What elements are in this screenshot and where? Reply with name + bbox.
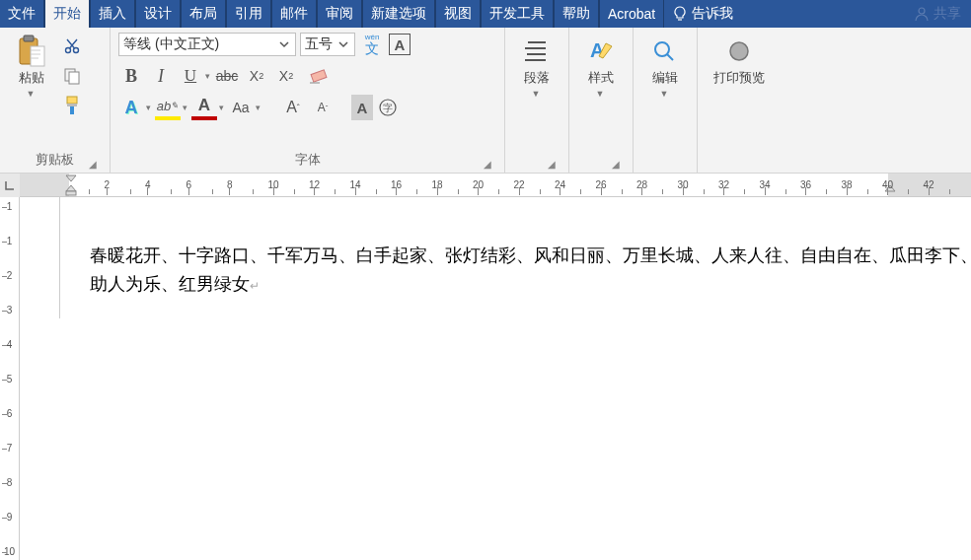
paragraph-button[interactable]: 段落 ▼ (513, 32, 560, 103)
chevron-down-icon: ▼ (660, 89, 669, 99)
ruler-tick: 2 (105, 174, 111, 196)
font-size-select[interactable]: 五号 (300, 33, 355, 56)
ruler-tick: 14 (350, 174, 361, 196)
ruler-tick: 34 (760, 174, 771, 196)
vruler-tick: 8 (0, 477, 19, 488)
body-text: 春暖花开、十字路口、千军万马、白手起家、张灯结彩、风和日丽、万里长城、人来人往、… (90, 245, 971, 294)
hanging-indent-marker[interactable] (65, 184, 77, 196)
ruler-tick: 26 (596, 174, 607, 196)
find-icon (649, 35, 681, 67)
ruler-tick: 22 (514, 174, 525, 196)
superscript-button[interactable]: X2 (273, 63, 299, 89)
tab-mailings[interactable]: 邮件 (271, 0, 317, 28)
character-shading-button[interactable]: A (351, 95, 373, 120)
group-editing: 编辑 ▼ (634, 28, 698, 173)
svg-point-0 (919, 8, 925, 14)
chevron-down-icon: ▼ (532, 89, 541, 99)
font-name-value: 等线 (中文正文) (123, 35, 219, 53)
clipboard-dialog-launcher[interactable]: ◢ (86, 157, 100, 171)
ruler-tick: 36 (800, 174, 811, 196)
document-text[interactable]: 春暖花开、十字路口、千军万马、白手起家、张灯结彩、风和日丽、万里长城、人来人往、… (90, 242, 971, 299)
ribbon-tabs: 文件 开始 插入 设计 布局 引用 邮件 审阅 新建选项 视图 开发工具 帮助 … (0, 0, 971, 28)
change-case-button[interactable]: Aa (228, 95, 254, 120)
share-button[interactable]: 共享 (904, 1, 971, 27)
page: 春暖花开、十字路口、千军万马、白手起家、张灯结彩、风和日丽、万里长城、人来人往、… (59, 197, 971, 318)
paste-button[interactable]: 粘贴 ▼ (8, 32, 55, 103)
subscript-button[interactable]: X2 (244, 63, 269, 89)
chevron-down-icon: ▾ (219, 103, 224, 112)
group-styles: A 样式 ▼ ◢ (569, 28, 634, 173)
paragraph-dialog-launcher[interactable]: ◢ (545, 157, 559, 171)
clear-formatting-button[interactable] (303, 63, 338, 89)
svg-rect-11 (311, 70, 327, 82)
ruler-tick: 32 (718, 174, 729, 196)
underline-button[interactable]: U (178, 63, 203, 89)
tab-review[interactable]: 审阅 (317, 0, 362, 28)
copy-button[interactable] (59, 63, 85, 89)
vruler-tick: 9 (0, 512, 19, 523)
chevron-down-icon (336, 37, 350, 51)
highlight-button[interactable]: ab✎ (155, 95, 181, 120)
tab-new-options[interactable]: 新建选项 (362, 0, 435, 28)
paragraph-label: 段落 (524, 69, 550, 87)
share-label: 共享 (934, 5, 961, 23)
document-area[interactable]: 春暖花开、十字路口、千军万马、白手起家、张灯结彩、风和日丽、万里长城、人来人往、… (20, 197, 971, 560)
print-preview-button[interactable]: 打印预览 (706, 32, 773, 91)
copy-icon (63, 67, 81, 85)
ruler-tick: 20 (473, 174, 484, 196)
tab-home[interactable]: 开始 (44, 0, 90, 28)
strikethrough-button[interactable]: abc (214, 63, 240, 89)
tab-design[interactable]: 设计 (135, 0, 181, 28)
svg-rect-3 (31, 46, 44, 66)
tab-insert[interactable]: 插入 (90, 0, 135, 28)
svg-rect-8 (67, 97, 77, 104)
editing-button[interactable]: 编辑 ▼ (641, 32, 689, 103)
bold-button[interactable]: B (118, 63, 144, 89)
vertical-ruler[interactable]: 112345678910 (0, 197, 20, 560)
vruler-tick: 6 (0, 408, 19, 419)
character-border-button[interactable]: A (389, 34, 411, 55)
group-font: 等线 (中文正文) 五号 wén 文 A B I U▾ abc X2 (111, 28, 505, 173)
tab-layout[interactable]: 布局 (181, 0, 226, 28)
text-effects-button[interactable]: A (118, 95, 144, 120)
tab-acrobat[interactable]: Acrobat (599, 0, 664, 28)
tell-me-search[interactable]: 告诉我 (664, 0, 741, 28)
tab-references[interactable]: 引用 (226, 0, 271, 28)
svg-text:字: 字 (383, 103, 393, 113)
group-font-label: 字体 (295, 152, 321, 167)
scissors-icon (63, 37, 81, 55)
lightbulb-icon (672, 6, 688, 22)
styles-icon: A (585, 35, 617, 67)
tab-developer[interactable]: 开发工具 (481, 0, 554, 28)
ruler-tick: 38 (842, 174, 853, 196)
tell-me-label: 告诉我 (692, 5, 733, 23)
phonetic-guide-button[interactable]: wén 文 (359, 32, 385, 57)
tab-help[interactable]: 帮助 (554, 0, 599, 28)
eraser-icon (308, 66, 334, 86)
paste-label: 粘贴 (19, 69, 44, 87)
format-painter-button[interactable] (59, 93, 85, 118)
italic-button[interactable]: I (148, 63, 174, 89)
shrink-font-button[interactable]: Aˇ (310, 95, 336, 120)
tab-selector-icon[interactable] (4, 179, 16, 191)
vruler-tick: 5 (0, 374, 19, 385)
svg-point-16 (730, 42, 748, 60)
font-name-select[interactable]: 等线 (中文正文) (118, 33, 296, 56)
tab-file[interactable]: 文件 (0, 0, 44, 28)
styles-dialog-launcher[interactable]: ◢ (609, 157, 623, 171)
chevron-down-icon: ▼ (596, 89, 605, 99)
phonetic-char-text: 文 (365, 41, 379, 55)
tab-view[interactable]: 视图 (435, 0, 481, 28)
ruler-tick: 16 (391, 174, 402, 196)
ruler-corner (0, 174, 20, 197)
font-dialog-launcher[interactable]: ◢ (481, 157, 494, 171)
cut-button[interactable] (59, 34, 85, 59)
ruler-tick: 42 (924, 174, 934, 196)
font-color-button[interactable]: A (191, 95, 217, 120)
ruler-tick: 12 (309, 174, 320, 196)
grow-font-button[interactable]: Aˆ (280, 95, 306, 120)
enclose-characters-button[interactable]: 字 (377, 95, 399, 120)
horizontal-ruler[interactable]: 24681012141618202224262830323436384042 (20, 174, 971, 196)
vruler-tick: 7 (0, 443, 19, 454)
styles-button[interactable]: A 样式 ▼ (577, 32, 625, 103)
